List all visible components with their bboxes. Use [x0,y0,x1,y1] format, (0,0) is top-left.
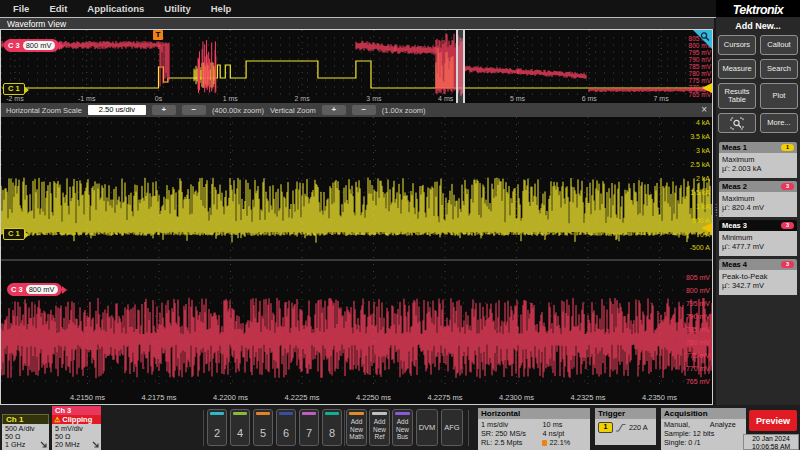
search-button[interactable]: Search [760,59,798,79]
panel-splitter-handle[interactable]: ⋮⋮⋮⋮ [712,205,724,215]
meas-type: Maximum [722,194,794,203]
add-new-math-button[interactable]: Add New Math [346,409,367,446]
overview-time-label: 1 ms [223,95,239,102]
ch3-name: Ch 3 [52,406,101,415]
cursors-button[interactable]: Cursors [718,35,756,55]
h-zoom-plus-button[interactable]: + [152,105,176,115]
overview-time-label: -1 ms [78,95,96,102]
ch3-overview-trace [465,66,518,75]
v-zoom-plus-button[interactable]: + [322,105,346,115]
callout-button[interactable]: Callout [760,35,798,55]
ch3-main-trace [1,298,712,379]
main-ch3-badge[interactable]: C 3 800 mV [7,283,62,296]
ch1-overview-trace [2,61,712,88]
bottom-settings-bar: Ch 1 500 A/div 50 Ω 1 GHz Ch 3 ⚠ Clippin… [0,405,800,450]
ch1-axis-label: 2.5 kA [690,161,710,168]
waveform-view-tab[interactable]: Waveform View [0,18,714,29]
h-zoom-scale-input[interactable]: 2.50 us/div [88,105,146,115]
zoom-window-indicator[interactable] [456,30,465,103]
menu-file[interactable]: File [13,3,29,14]
preview-button[interactable]: Preview [749,410,797,431]
meas-1-card[interactable]: Meas 1 1 Maximum µ': 2.003 kA [719,142,797,178]
menu-utility[interactable]: Utility [164,3,190,14]
add-new-bus-button[interactable]: Add New Bus [392,409,413,446]
ch3-overview-trace [356,41,395,54]
ch1-axis-label: 3.5 kA [690,133,710,140]
zoom-scale-bar: Horizontal Zoom Scale 2.50 us/div + − (4… [1,103,712,117]
overview-plot[interactable]: -2 ms-1 ms0s1 ms2 ms3 ms4 ms5 ms6 ms7 ms… [1,30,712,103]
source-badge: 1 [781,144,794,151]
overview-right-label: 775 mV [689,77,712,84]
clipping-warning: Clipping [62,415,92,424]
close-zoom-icon[interactable]: × [701,105,707,115]
overview-waveform-display[interactable]: -2 ms-1 ms0s1 ms2 ms3 ms4 ms5 ms6 ms7 ms… [1,30,712,103]
overview-time-label: 3 ms [366,95,382,102]
channel-2-button[interactable]: 2 [207,409,227,446]
ch3-axis-label: 770 mV [686,365,710,372]
menu-applications[interactable]: Applications [87,3,144,14]
meas-name: Meas 4 [722,260,747,269]
main-time-label: 4.2200 ms [213,393,248,402]
meas-3-card[interactable]: Meas 3 3 Minimum µ': 477.7 mV [719,220,797,256]
acquisition-panel[interactable]: Acquisition Manual,Analyze Sample: 12 bi… [661,408,746,450]
menu-bar: File Edit Applications Utility Help [0,0,716,17]
expand-icon [40,441,47,448]
trigger-title: Trigger [595,408,656,419]
main-time-label: 4.2225 ms [284,393,319,402]
ch3-overview-trace [395,44,436,55]
dvm-button[interactable]: DVM [416,409,438,446]
afg-button[interactable]: AFG [441,409,463,446]
channel-6-button[interactable]: 6 [276,409,296,446]
divider [203,410,204,446]
meas-name: Meas 3 [722,221,747,230]
zoom-overlay-icon [730,117,744,130]
ch3-axis-label: 765 mV [686,378,710,385]
main-time-label: 4.2150 ms [70,393,105,402]
channel-8-button[interactable]: 8 [322,409,342,446]
trigger-panel[interactable]: Trigger 1 220 A [595,408,656,445]
h-zoom-minus-button[interactable]: − [182,105,206,115]
trigger-level: 220 A [629,423,648,432]
meas-2-card[interactable]: Meas 2 3 Maximum µ': 820.4 mV [719,181,797,217]
measure-button[interactable]: Measure [718,59,756,79]
plot-button[interactable]: Plot [760,83,798,109]
zoom-tool-button[interactable] [718,113,756,133]
ch3-axis-label: 775 mV [686,352,710,359]
more-button[interactable]: More... [760,113,798,133]
main-plot[interactable]: 4 kA3.5 kA3 kA2.5 kA2 kA1.5 kA1 kA500 A0… [1,117,712,404]
meas-4-card[interactable]: Meas 4 3 Peak-to-Peak µ': 342.7 mV [719,259,797,295]
main-waveform-display[interactable]: 4 kA3.5 kA3 kA2.5 kA2 kA1.5 kA1 kA500 A0… [1,117,712,404]
h-zoom-factor: (400.00x zoom) [212,106,264,115]
channel-7-button[interactable]: 7 [299,409,319,446]
source-badge: 3 [781,222,794,229]
meas-name: Meas 1 [722,143,747,152]
main-time-label: 4.2275 ms [427,393,462,402]
overview-time-label: 0s [155,95,163,102]
results-table-button[interactable]: Results Table [718,83,756,109]
add-new-header: Add New... [716,21,800,31]
meas-name: Meas 2 [722,182,747,191]
channel-4-button[interactable]: 4 [230,409,250,446]
ch3-scale-value: 800 mV [23,41,55,50]
v-zoom-minus-button[interactable]: − [352,105,376,115]
zoom-overview-flag-icon[interactable] [693,30,712,49]
menu-help[interactable]: Help [211,3,232,14]
overview-right-label: 785 mV [689,63,712,70]
overview-ch1-badge[interactable]: C 1 [3,83,25,95]
main-time-label: 4.2300 ms [499,393,534,402]
main-time-label: 4.2175 ms [141,393,176,402]
main-ch1-badge[interactable]: C 1 [3,228,25,240]
channel-1-badge[interactable]: Ch 1 500 A/div 50 Ω 1 GHz [2,414,49,450]
ch3-overview-trace [518,68,586,78]
date: 20 Jan 2024 [744,435,798,443]
channel-5-button[interactable]: 5 [253,409,273,446]
horizontal-panel[interactable]: Horizontal 1 ms/div10 ms SR: 250 MS/s4 n… [478,408,590,450]
meas-type: Peak-to-Peak [722,272,794,281]
menu-edit[interactable]: Edit [49,3,67,14]
h-zoom-scale-label: Horizontal Zoom Scale [6,106,82,115]
channel-3-badge[interactable]: Ch 3 ⚠ Clipping 5 mV/div 50 Ω 20 MHz [52,406,101,450]
overview-ch3-badge[interactable]: C 3 800 mV [4,39,59,52]
trigger-position-flag[interactable]: T [153,30,163,40]
ch3-axis-label: 805 mV [686,274,710,281]
add-new-ref-button[interactable]: Add New Ref [369,409,390,446]
